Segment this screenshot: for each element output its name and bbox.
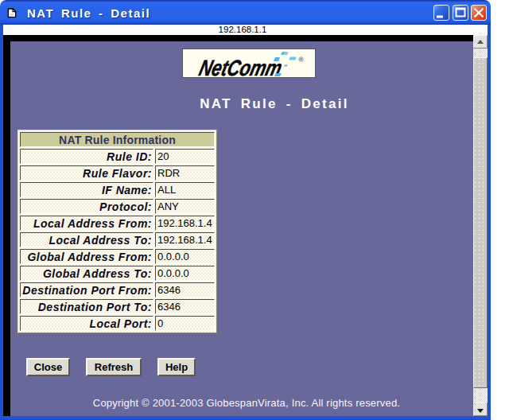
svg-text:NetComm: NetComm [196, 55, 285, 77]
